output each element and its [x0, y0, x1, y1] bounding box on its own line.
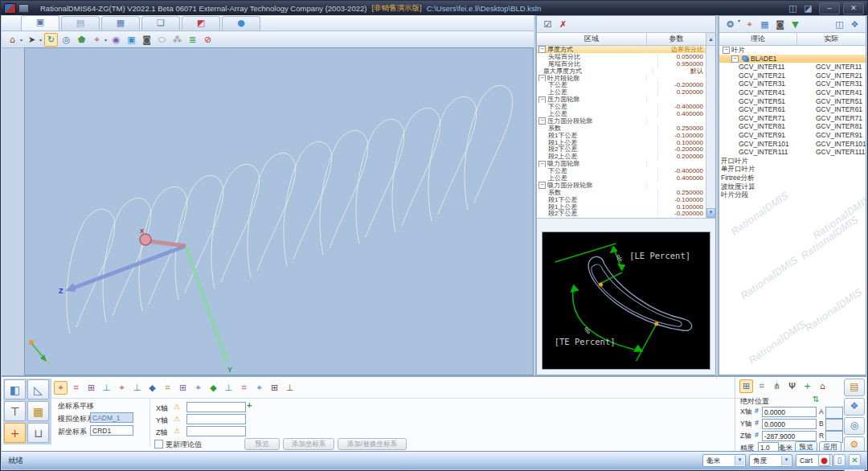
csys-iterate-icon[interactable]: ◆	[145, 381, 159, 395]
pin-panel-icon[interactable]: ❖	[848, 18, 862, 31]
sim-csys-input[interactable]	[90, 412, 133, 423]
close-button[interactable]: ✕	[843, 2, 864, 14]
param-row[interactable]: 下公差-0.400000	[537, 167, 706, 174]
param-row[interactable]: 系数0.250000	[537, 125, 706, 132]
tree-item[interactable]: GCV_INTER61GCV_INTER61	[719, 105, 866, 114]
param-row[interactable]: 段1下公差-0.100000	[537, 196, 706, 203]
param-row[interactable]: 段2下公差-0.200000	[537, 145, 706, 153]
session-user-icon[interactable]: ◪	[801, 2, 815, 15]
csys-save-icon[interactable]: ⌗	[237, 381, 251, 395]
abs-side-input[interactable]	[825, 407, 843, 419]
scroll-up-icon[interactable]: ▲	[706, 33, 715, 45]
expander-icon[interactable]: −	[538, 161, 546, 168]
select-cursor-icon[interactable]: ➤	[25, 33, 39, 47]
csys-recall-icon[interactable]: ⌖	[252, 381, 266, 395]
param-row[interactable]: 上公差0.400000	[537, 174, 706, 182]
tab-document-icon[interactable]: ▤	[61, 16, 100, 31]
column-region[interactable]: 区域	[537, 33, 647, 45]
new-csys-input[interactable]	[90, 425, 133, 436]
add-csys-button[interactable]: 添加坐标系	[283, 438, 334, 450]
tree-item[interactable]: Firtree分析	[719, 174, 866, 182]
param-row[interactable]: 头端百分比0.050000	[537, 53, 706, 60]
probe-disable-icon[interactable]: ⊘	[201, 33, 215, 47]
abs-value-input[interactable]	[762, 407, 817, 417]
param-row[interactable]: 最大厚度方式默认	[537, 68, 706, 75]
update-theory-checkbox[interactable]	[154, 440, 163, 448]
angle-combo[interactable]: 角度▼	[749, 454, 792, 467]
chevron-down-icon[interactable]: ▼	[735, 456, 744, 465]
value-lock-icon[interactable]: #	[755, 407, 759, 415]
column-param[interactable]: 参数	[647, 33, 706, 45]
csys-translate-icon[interactable]: ⌖	[54, 381, 68, 395]
param-row[interactable]: 段2上公差0.200000	[537, 153, 706, 160]
align-list-icon[interactable]: ≣	[186, 33, 199, 47]
tree-item[interactable]: −叶片	[719, 46, 866, 55]
coordinate-axes-dropdown[interactable]: ▾	[104, 37, 107, 43]
csys-part-icon[interactable]: ◆	[207, 381, 220, 395]
grid-view-icon[interactable]: ▦	[758, 18, 772, 31]
preview-button[interactable]: 预览	[244, 438, 280, 450]
x-offset-input[interactable]	[186, 402, 246, 412]
csys-machine-icon[interactable]: ⌖	[191, 381, 205, 395]
param-row[interactable]: −吸力面轮廓	[537, 160, 706, 167]
tree-item[interactable]: 波纹度计算	[719, 182, 866, 191]
tree-item[interactable]: GCV_INTER21GCV_INTER21	[719, 72, 866, 80]
sync-position-icon[interactable]: ⇅	[813, 395, 819, 403]
param-row[interactable]: 下公差-0.200000	[537, 81, 706, 88]
expander-icon[interactable]: −	[538, 96, 546, 104]
abs-position-icon[interactable]: ⊞	[739, 379, 753, 393]
tree-item[interactable]: GCV_INTER101GCV_INTER101	[719, 140, 866, 149]
param-row[interactable]: 段1下公差-0.100000	[537, 132, 706, 139]
machine-position-icon[interactable]: ⌗	[755, 379, 768, 393]
measure-tools-icon[interactable]: ◺	[27, 379, 49, 399]
tree-item[interactable]: GCV_INTER81GCV_INTER81	[719, 122, 866, 131]
param-row[interactable]: 上公差0.400000	[537, 110, 706, 117]
column-theory[interactable]: 理论	[719, 33, 797, 45]
refresh-icon[interactable]: ↻	[44, 33, 58, 47]
home-dropdown[interactable]: ▾	[20, 37, 23, 43]
units-ruler-icon[interactable]: ▯	[833, 454, 845, 466]
expander-icon[interactable]: −	[723, 47, 730, 54]
probe-manager-icon[interactable]: ⊤	[4, 401, 26, 421]
param-row[interactable]: 段1上公差0.100000	[537, 203, 706, 211]
home-icon[interactable]: ⌂	[6, 33, 19, 47]
param-row[interactable]: 下公差-0.400000	[537, 103, 706, 110]
z-offset-input[interactable]	[186, 426, 246, 436]
probe-status-icon[interactable]: ✕	[849, 454, 861, 466]
param-row[interactable]: −吸力面分段轮廓	[537, 182, 706, 189]
select-cursor-dropdown[interactable]: ▾	[39, 37, 42, 43]
minimize-button[interactable]: –	[819, 2, 840, 14]
coordinate-system-icon[interactable]: +	[4, 423, 26, 443]
search-zoom-icon[interactable]: ◎	[844, 417, 865, 435]
param-row[interactable]: −压力面分段轮廓	[537, 117, 706, 125]
value-lock-icon[interactable]: #	[755, 431, 759, 439]
chevron-down-icon[interactable]: ▼	[781, 456, 791, 465]
param-row[interactable]: −厚度方式边界百分比	[537, 46, 706, 53]
tree-item[interactable]: GCV_INTER111GCV_INTER111	[719, 148, 866, 157]
3d-viewport[interactable]: X Z Y	[24, 47, 534, 375]
point-pattern-icon[interactable]: ⁂	[170, 33, 184, 47]
solid-cylinder-icon[interactable]: ⬭	[155, 33, 169, 47]
probe-tab-icon[interactable]: ❖	[844, 398, 865, 416]
camera-view-icon[interactable]: ◙	[773, 18, 787, 31]
fixture-icon[interactable]: ▦	[27, 401, 49, 421]
capture-camera-icon[interactable]: ◙	[140, 33, 154, 47]
view-eye-icon[interactable]: ◉	[109, 33, 123, 47]
machine-sim-icon[interactable]: ◧	[4, 379, 26, 399]
csys-cad-icon[interactable]: ⊥	[222, 381, 235, 395]
csys-bestfit-icon[interactable]: ⊥	[100, 381, 113, 395]
value-lock-icon[interactable]: #	[755, 419, 759, 427]
tab-layers-icon[interactable]: ❏	[141, 16, 180, 31]
param-row[interactable]: 尾端百分比0.950000	[537, 60, 706, 68]
probe-view-dropdown[interactable]: ▾	[738, 18, 740, 31]
csys-offset-icon[interactable]: ⊞	[176, 381, 190, 395]
param-row[interactable]: 段1上公差0.100000	[537, 139, 706, 146]
csys-swap-axes-icon[interactable]: ⊞	[84, 381, 98, 395]
report-printer-icon[interactable]: ▤	[844, 379, 865, 396]
target-position-icon[interactable]: ⋔	[770, 379, 784, 393]
window-layout-icon[interactable]: ◫	[833, 18, 846, 31]
scroll-down-icon[interactable]: ▼	[706, 208, 715, 218]
title-bar[interactable]: RationalDMIS64-ZG(TM) V2022.1 Beta 06071…	[1, 1, 867, 15]
tree-item[interactable]: GCV_INTER31GCV_INTER31	[719, 80, 866, 88]
csys-plane-line-point-icon[interactable]: ⊥	[130, 381, 144, 395]
